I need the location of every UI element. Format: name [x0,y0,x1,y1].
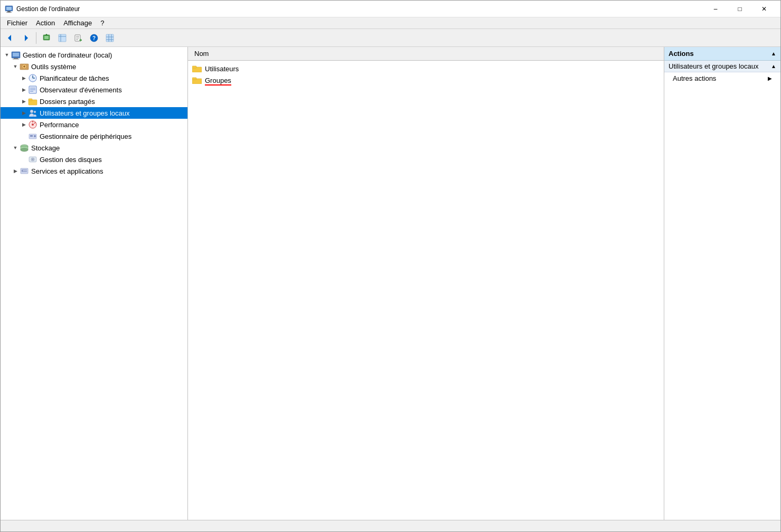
status-bar [1,520,780,531]
column-nom: Nom [192,50,211,58]
actions-header-arrow: ▲ [771,51,776,56]
tree-item-observateur[interactable]: ▶ Observateur d'événements [1,84,187,96]
main-panel: Nom Utilisateurs [188,47,664,520]
svg-rect-63 [192,78,196,80]
disques-icon [28,155,37,164]
svg-point-55 [32,159,33,160]
utilisateurs-label: Utilisateurs et groupes locaux [40,109,130,117]
stockage-expander[interactable]: ▼ [11,144,20,152]
toolbar-separator-1 [36,32,36,44]
forward-button[interactable] [18,31,33,45]
main-window: Gestion de l'ordinateur – □ ✕ Fichier Ac… [0,0,781,532]
outils-expander[interactable]: ▼ [11,62,20,71]
utilisateurs-expander[interactable]: ▶ [20,109,28,117]
observateur-expander[interactable]: ▶ [20,86,28,94]
menu-action[interactable]: Action [32,17,59,28]
content-area: ▼ Gestion de l'ordinateur (local) ▼ [1,47,780,520]
svg-rect-56 [21,168,28,174]
actions-header-label: Actions [669,50,694,58]
list-item-utilisateurs[interactable]: Utilisateurs [188,63,664,74]
actions-item-arrow-icon: ▶ [768,75,772,81]
tree-root[interactable]: ▼ Gestion de l'ordinateur (local) [1,49,187,61]
svg-marker-5 [25,35,28,41]
disques-label: Gestion des disques [40,156,102,164]
menu-affichage[interactable]: Affichage [59,17,96,28]
performance-expander[interactable]: ▶ [20,120,28,129]
svg-rect-48 [30,135,33,137]
svg-rect-1 [6,7,12,10]
actions-header: Actions ▲ [664,47,780,61]
grid-button[interactable] [102,31,117,45]
svg-rect-3 [6,12,12,13]
stockage-icon [20,143,29,153]
actions-item-autres-label: Autres actions [673,74,716,82]
window-title: Gestion de l'ordinateur [16,5,703,13]
tree-item-performance[interactable]: ▶ Performance [1,119,187,130]
tree-item-planificateur[interactable]: ▶ Planificateur de tâches [1,72,187,84]
help-button[interactable]: ? [87,31,101,45]
minimize-button[interactable]: – [703,1,728,17]
svg-rect-2 [7,11,11,12]
tree-item-gestionnaire[interactable]: ▶ Gestionnaire de périphériques [1,130,187,142]
back-button[interactable] [3,31,17,45]
performance-label: Performance [40,121,79,129]
gestionnaire-icon [28,131,37,141]
list-item-utilisateurs-label: Utilisateurs [205,65,239,73]
outils-icon [20,62,29,71]
up-button[interactable] [39,31,54,45]
actions-section-label: Utilisateurs et groupes locaux [669,62,759,70]
svg-rect-9 [59,34,66,42]
svg-point-52 [21,148,28,151]
title-bar: Gestion de l'ordinateur – □ ✕ [1,1,780,17]
menu-help[interactable]: ? [96,17,108,28]
close-button[interactable]: ✕ [752,1,776,17]
folder-groupes-icon [192,75,202,85]
svg-marker-8 [45,34,48,35]
app-icon [5,5,13,13]
planificateur-expander[interactable]: ▶ [20,74,28,82]
root-icon [11,50,21,60]
root-expander[interactable]: ▼ [3,51,11,59]
tree-item-services[interactable]: ▶ Services et applications [1,165,187,177]
services-label: Services et applications [31,167,103,175]
window-controls: – □ ✕ [703,1,776,17]
svg-point-41 [30,110,33,113]
svg-point-31 [23,65,25,68]
svg-point-49 [34,135,36,137]
observateur-icon [28,85,37,94]
svg-text:?: ? [92,35,96,41]
svg-point-46 [32,124,34,126]
svg-rect-40 [29,99,32,101]
services-expander[interactable]: ▶ [11,167,20,175]
tree-item-stockage[interactable]: ▼ Stockage [1,142,187,154]
services-icon [20,166,29,176]
tree-item-disques[interactable]: ▶ Gestion des disques [1,154,187,165]
root-label: Gestion de l'ordinateur (local) [23,51,112,59]
tree-item-utilisateurs[interactable]: ▶ Utilisateurs et groupes locaux [1,107,187,119]
actions-section-arrow: ▲ [771,63,776,69]
list-item-groupes[interactable]: Groupes [188,74,664,86]
svg-marker-4 [8,35,11,41]
gestionnaire-label: Gestionnaire de périphériques [40,132,131,140]
actions-section[interactable]: Utilisateurs et groupes locaux ▲ [664,61,780,72]
tree-item-outils[interactable]: ▼ Outils système [1,61,187,72]
actions-item-autres[interactable]: Autres actions ▶ [664,72,780,84]
utilisateurs-icon [28,108,37,118]
svg-rect-61 [192,66,196,68]
tree-panel: ▼ Gestion de l'ordinateur (local) ▼ [1,47,188,520]
svg-rect-28 [13,59,19,60]
dossiers-expander[interactable]: ▶ [20,97,28,106]
stockage-label: Stockage [31,144,60,152]
maximize-button[interactable]: □ [728,1,752,17]
export-button[interactable] [71,31,86,45]
tree-item-dossiers[interactable]: ▶ Dossiers partagés [1,96,187,107]
list-content: Utilisateurs Groupes [188,61,664,520]
svg-point-59 [22,170,23,172]
svg-rect-20 [106,34,114,42]
svg-point-42 [34,111,36,113]
menu-fichier[interactable]: Fichier [3,17,32,28]
performance-icon [28,120,37,129]
show-hide-button[interactable] [55,31,70,45]
dossiers-icon [28,97,37,106]
list-item-groupes-label: Groupes [205,77,231,84]
